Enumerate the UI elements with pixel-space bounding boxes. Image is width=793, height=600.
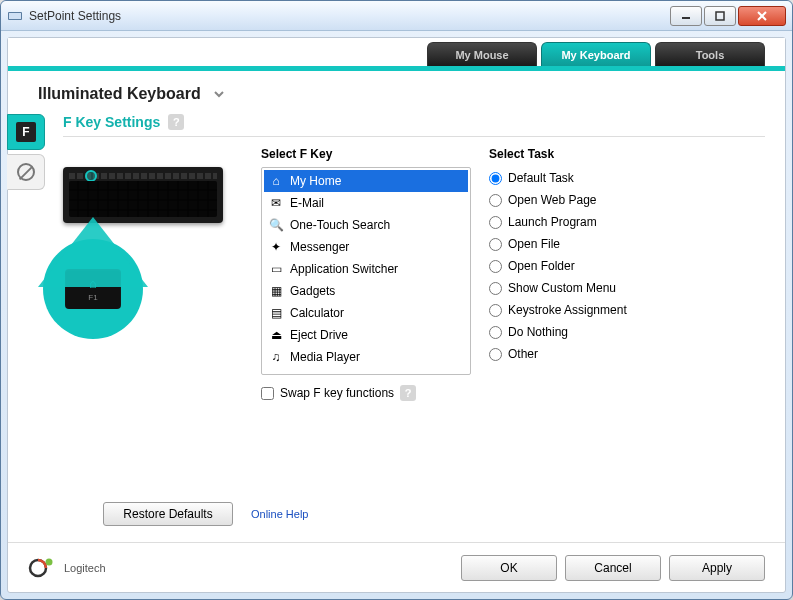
device-selector: Illuminated Keyboard xyxy=(8,71,785,109)
window-title: SetPoint Settings xyxy=(29,9,668,23)
search-icon: 🔍 xyxy=(268,217,284,233)
task-item-label: Show Custom Menu xyxy=(508,281,616,295)
content-area: My Mouse My Keyboard Tools Illuminated K… xyxy=(7,37,786,593)
eject-icon: ⏏ xyxy=(268,327,284,343)
main-panel: F Key Settings ? ⌂ F1 xyxy=(45,109,785,542)
columns: ⌂ F1 Select F Key ⌂My Home✉E-Mail🔍One-To… xyxy=(63,147,765,497)
logitech-logo-icon xyxy=(28,554,56,582)
fkey-item[interactable]: ✉E-Mail xyxy=(264,192,468,214)
maximize-button[interactable] xyxy=(704,6,736,26)
task-item-label: Default Task xyxy=(508,171,574,185)
task-heading: Select Task xyxy=(489,147,765,161)
fkey-list[interactable]: ⌂My Home✉E-Mail🔍One-Touch Search✦Messeng… xyxy=(261,167,471,375)
cancel-button[interactable]: Cancel xyxy=(565,555,661,581)
key-highlight xyxy=(85,170,97,182)
brand-name: Logitech xyxy=(64,562,106,574)
task-radio[interactable] xyxy=(489,238,502,251)
messenger-icon: ✦ xyxy=(268,239,284,255)
task-item-label: Open Web Page xyxy=(508,193,597,207)
calculator-icon: ▤ xyxy=(268,305,284,321)
task-item[interactable]: Default Task xyxy=(489,167,765,189)
f-badge-icon: F xyxy=(16,122,36,142)
fkey-item[interactable]: ▭Application Switcher xyxy=(264,258,468,280)
chevron-down-icon[interactable] xyxy=(211,86,227,102)
home-icon: ⌂ xyxy=(268,173,284,189)
task-item[interactable]: Launch Program xyxy=(489,211,765,233)
minimize-button[interactable] xyxy=(670,6,702,26)
footer: Logitech OK Cancel Apply xyxy=(8,542,785,592)
fkey-item[interactable]: ▦Gadgets xyxy=(264,280,468,302)
fkey-item[interactable]: ⏏Eject Drive xyxy=(264,324,468,346)
section-title: F Key Settings xyxy=(63,114,160,130)
task-item[interactable]: Keystroke Assignment xyxy=(489,299,765,321)
fkey-item-label: Media Player xyxy=(290,350,360,364)
device-name: Illuminated Keyboard xyxy=(38,85,201,103)
section-title-row: F Key Settings ? xyxy=(63,114,765,130)
help-icon[interactable]: ? xyxy=(400,385,416,401)
appswitch-icon: ▭ xyxy=(268,261,284,277)
task-item[interactable]: Show Custom Menu xyxy=(489,277,765,299)
gadgets-icon: ▦ xyxy=(268,283,284,299)
task-item[interactable]: Do Nothing xyxy=(489,321,765,343)
help-icon[interactable]: ? xyxy=(168,114,184,130)
fkey-item-label: My Home xyxy=(290,174,341,188)
task-radio[interactable] xyxy=(489,194,502,207)
task-item-label: Other xyxy=(508,347,538,361)
keyboard-image xyxy=(63,167,223,223)
main-tabs: My Mouse My Keyboard Tools xyxy=(8,38,785,66)
task-item-label: Open Folder xyxy=(508,259,575,273)
side-tab-fkeys[interactable]: F xyxy=(7,114,45,150)
task-item[interactable]: Open File xyxy=(489,233,765,255)
app-icon xyxy=(7,8,23,24)
swap-row: Swap F key functions ? xyxy=(261,385,471,401)
online-help-link[interactable]: Online Help xyxy=(251,508,308,520)
fkey-item[interactable]: ♫Media Player xyxy=(264,346,468,368)
task-item[interactable]: Other xyxy=(489,343,765,365)
task-list: Default TaskOpen Web PageLaunch ProgramO… xyxy=(489,167,765,365)
fkey-item-label: One-Touch Search xyxy=(290,218,390,232)
titlebar[interactable]: SetPoint Settings xyxy=(1,1,792,31)
task-item-label: Do Nothing xyxy=(508,325,568,339)
task-radio[interactable] xyxy=(489,326,502,339)
task-radio[interactable] xyxy=(489,172,502,185)
fkey-item[interactable]: 🔍One-Touch Search xyxy=(264,214,468,236)
task-radio[interactable] xyxy=(489,282,502,295)
fkey-item-label: Gadgets xyxy=(290,284,335,298)
tab-my-keyboard[interactable]: My Keyboard xyxy=(541,42,651,66)
task-radio[interactable] xyxy=(489,260,502,273)
bottom-row: Restore Defaults Online Help xyxy=(63,497,765,532)
task-radio[interactable] xyxy=(489,348,502,361)
side-tabs: F xyxy=(7,109,45,542)
tab-tools[interactable]: Tools xyxy=(655,42,765,66)
task-item[interactable]: Open Web Page xyxy=(489,189,765,211)
restore-defaults-button[interactable]: Restore Defaults xyxy=(103,502,233,526)
task-radio[interactable] xyxy=(489,216,502,229)
fkey-item[interactable]: ⌂My Home xyxy=(264,170,468,192)
ban-icon xyxy=(17,163,35,181)
svg-rect-1 xyxy=(9,13,21,19)
task-item-label: Launch Program xyxy=(508,215,597,229)
body-row: F F Key Settings ? xyxy=(8,109,785,542)
swap-checkbox[interactable] xyxy=(261,387,274,400)
tab-my-mouse[interactable]: My Mouse xyxy=(427,42,537,66)
side-tab-disabled[interactable] xyxy=(7,154,45,190)
ok-button[interactable]: OK xyxy=(461,555,557,581)
task-radio[interactable] xyxy=(489,304,502,317)
fkey-heading: Select F Key xyxy=(261,147,471,161)
fkey-item[interactable]: ▤Calculator xyxy=(264,302,468,324)
task-column: Select Task Default TaskOpen Web PageLau… xyxy=(489,147,765,497)
apply-button[interactable]: Apply xyxy=(669,555,765,581)
fkey-item-label: Messenger xyxy=(290,240,349,254)
fkey-item-label: E-Mail xyxy=(290,196,324,210)
fkey-item-label: Calculator xyxy=(290,306,344,320)
app-window: SetPoint Settings My Mouse My Keyboard T… xyxy=(0,0,793,600)
fkey-item-label: Application Switcher xyxy=(290,262,398,276)
zoom-key-label: F1 xyxy=(88,293,97,302)
close-button[interactable] xyxy=(738,6,786,26)
task-item[interactable]: Open Folder xyxy=(489,255,765,277)
fkey-column: Select F Key ⌂My Home✉E-Mail🔍One-Touch S… xyxy=(261,147,471,497)
fkey-item[interactable]: ✦Messenger xyxy=(264,236,468,258)
swap-label: Swap F key functions xyxy=(280,386,394,400)
fkey-item-label: Eject Drive xyxy=(290,328,348,342)
media-icon: ♫ xyxy=(268,349,284,365)
